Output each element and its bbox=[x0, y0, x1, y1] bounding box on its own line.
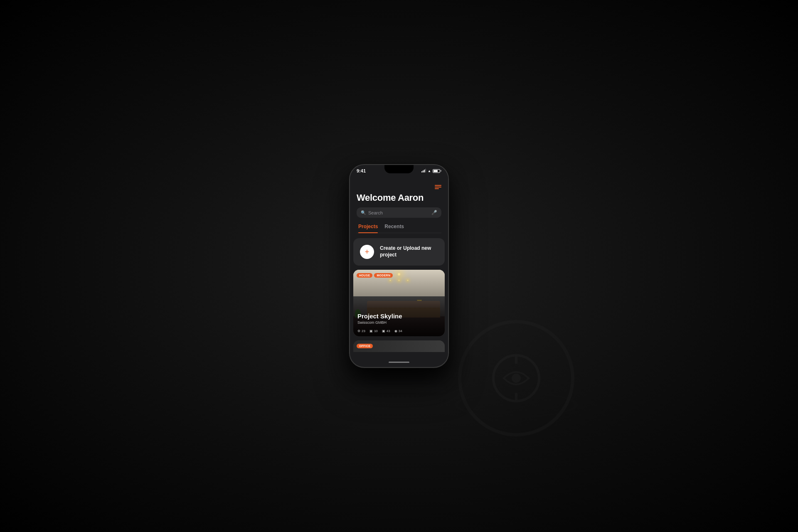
svg-point-1 bbox=[513, 375, 520, 382]
status-icons: ▲ bbox=[421, 169, 441, 173]
tab-bar: Projects Recents bbox=[357, 224, 441, 233]
stat-globe-value: 34 bbox=[399, 329, 402, 333]
signal-icon bbox=[421, 169, 426, 172]
stat-360-value: 23 bbox=[362, 329, 365, 333]
menu-button[interactable] bbox=[435, 185, 441, 189]
create-project-label: Create or Upload new project bbox=[380, 245, 438, 258]
watermark-icon bbox=[458, 320, 574, 436]
project-card-office[interactable]: OFFICE bbox=[353, 340, 445, 352]
tab-recents[interactable]: Recents bbox=[384, 224, 404, 233]
phone-frame: 9:41 ▲ bbox=[349, 164, 449, 368]
phone-reflection bbox=[353, 368, 445, 393]
search-icon: 🔍 bbox=[361, 210, 366, 215]
stat-360-icon: ⚙ bbox=[357, 329, 360, 333]
stat-layers-value: 10 bbox=[374, 329, 378, 333]
tag-house: HOUSE bbox=[357, 273, 372, 278]
project-company: Swisscom GMBH bbox=[357, 320, 441, 325]
project-tags: HOUSE MODERN bbox=[357, 273, 393, 278]
stat-images: ▣ 43 bbox=[382, 329, 390, 333]
menu-line-3 bbox=[435, 188, 439, 189]
project-card-skyline[interactable]: HOUSE MODERN Project Skyline Swisscom GM… bbox=[353, 270, 445, 336]
project-stats: ⚙ 23 ▣ 10 ▣ 43 ◉ 34 bbox=[357, 329, 441, 333]
stat-images-icon: ▣ bbox=[382, 329, 385, 333]
status-time: 9:41 bbox=[357, 168, 366, 173]
tag-modern: MODERN bbox=[374, 273, 393, 278]
project-info: Project Skyline Swisscom GMBH bbox=[357, 313, 441, 325]
wifi-icon: ▲ bbox=[428, 169, 431, 173]
phone-device: 9:41 ▲ bbox=[349, 164, 449, 368]
search-input[interactable]: Search bbox=[368, 210, 429, 215]
stat-layers: ▣ 10 bbox=[369, 329, 378, 333]
stat-globe-icon: ◉ bbox=[394, 329, 397, 333]
tab-projects[interactable]: Projects bbox=[358, 224, 378, 233]
tag-office: OFFICE bbox=[357, 344, 373, 348]
app-header: Welcome Aaron 🔍 Search 🎤 Projects Recent… bbox=[350, 175, 448, 233]
stat-globe: ◉ 34 bbox=[394, 329, 402, 333]
screen-content: Welcome Aaron 🔍 Search 🎤 Projects Recent… bbox=[350, 175, 448, 365]
welcome-title: Welcome Aaron bbox=[357, 192, 441, 203]
menu-line-1 bbox=[435, 185, 441, 186]
create-project-card[interactable]: + Create or Upload new project bbox=[353, 238, 445, 266]
project-name: Project Skyline bbox=[357, 313, 441, 320]
plus-button[interactable]: + bbox=[360, 245, 374, 259]
stat-layers-icon: ▣ bbox=[369, 329, 373, 333]
search-bar[interactable]: 🔍 Search 🎤 bbox=[357, 207, 441, 218]
battery-icon bbox=[433, 169, 441, 173]
microphone-icon[interactable]: 🎤 bbox=[431, 210, 437, 215]
stat-360: ⚙ 23 bbox=[357, 329, 365, 333]
project-overlay bbox=[353, 270, 445, 336]
phone-notch bbox=[384, 165, 414, 173]
header-top bbox=[357, 185, 441, 189]
stat-images-value: 43 bbox=[387, 329, 390, 333]
menu-line-2 bbox=[435, 187, 441, 187]
plus-icon: + bbox=[365, 248, 369, 256]
home-indicator bbox=[389, 362, 409, 363]
